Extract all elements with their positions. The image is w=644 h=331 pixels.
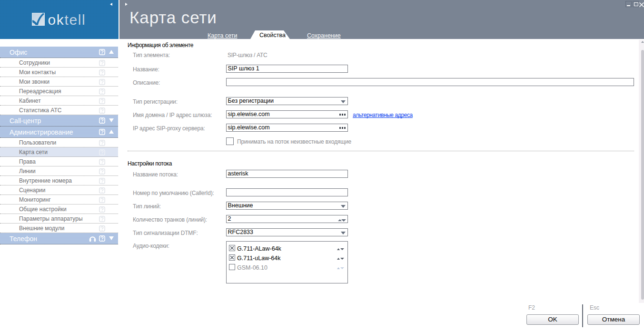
svg-text:tell: tell (65, 13, 86, 27)
svg-text:ok: ok (48, 13, 65, 27)
